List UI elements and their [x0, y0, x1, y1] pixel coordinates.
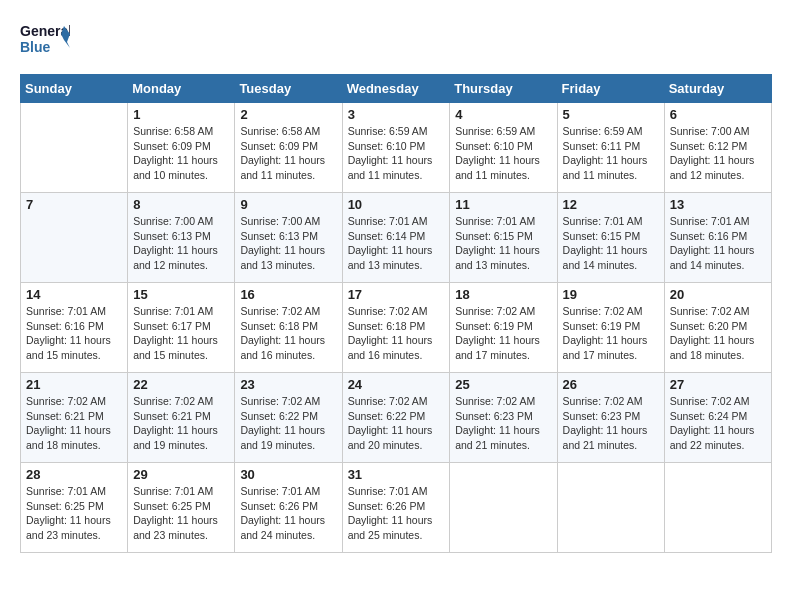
day-info: Sunrise: 7:01 AMSunset: 6:15 PMDaylight:… [455, 214, 551, 273]
calendar-cell: 11Sunrise: 7:01 AMSunset: 6:15 PMDayligh… [450, 193, 557, 283]
calendar-week-5: 28Sunrise: 7:01 AMSunset: 6:25 PMDayligh… [21, 463, 772, 553]
calendar-cell [21, 103, 128, 193]
calendar-header-row: SundayMondayTuesdayWednesdayThursdayFrid… [21, 75, 772, 103]
calendar-cell: 3Sunrise: 6:59 AMSunset: 6:10 PMDaylight… [342, 103, 450, 193]
header-wednesday: Wednesday [342, 75, 450, 103]
day-info: Sunrise: 7:02 AMSunset: 6:18 PMDaylight:… [348, 304, 445, 363]
header-friday: Friday [557, 75, 664, 103]
day-info: Sunrise: 6:59 AMSunset: 6:10 PMDaylight:… [455, 124, 551, 183]
calendar-week-2: 78Sunrise: 7:00 AMSunset: 6:13 PMDayligh… [21, 193, 772, 283]
day-info: Sunrise: 7:01 AMSunset: 6:25 PMDaylight:… [26, 484, 122, 543]
calendar-cell: 21Sunrise: 7:02 AMSunset: 6:21 PMDayligh… [21, 373, 128, 463]
calendar-cell: 5Sunrise: 6:59 AMSunset: 6:11 PMDaylight… [557, 103, 664, 193]
day-info: Sunrise: 6:58 AMSunset: 6:09 PMDaylight:… [133, 124, 229, 183]
calendar-cell [557, 463, 664, 553]
day-number: 6 [670, 107, 766, 122]
calendar-cell: 19Sunrise: 7:02 AMSunset: 6:19 PMDayligh… [557, 283, 664, 373]
day-number: 17 [348, 287, 445, 302]
day-number: 24 [348, 377, 445, 392]
calendar-cell: 18Sunrise: 7:02 AMSunset: 6:19 PMDayligh… [450, 283, 557, 373]
header-monday: Monday [128, 75, 235, 103]
day-info: Sunrise: 7:00 AMSunset: 6:12 PMDaylight:… [670, 124, 766, 183]
day-info: Sunrise: 7:01 AMSunset: 6:14 PMDaylight:… [348, 214, 445, 273]
header-thursday: Thursday [450, 75, 557, 103]
calendar-cell: 29Sunrise: 7:01 AMSunset: 6:25 PMDayligh… [128, 463, 235, 553]
calendar-cell: 9Sunrise: 7:00 AMSunset: 6:13 PMDaylight… [235, 193, 342, 283]
day-info: Sunrise: 7:02 AMSunset: 6:22 PMDaylight:… [348, 394, 445, 453]
calendar-cell [450, 463, 557, 553]
day-number: 11 [455, 197, 551, 212]
calendar-cell: 28Sunrise: 7:01 AMSunset: 6:25 PMDayligh… [21, 463, 128, 553]
calendar-cell: 26Sunrise: 7:02 AMSunset: 6:23 PMDayligh… [557, 373, 664, 463]
calendar-cell: 15Sunrise: 7:01 AMSunset: 6:17 PMDayligh… [128, 283, 235, 373]
day-number: 22 [133, 377, 229, 392]
day-number: 8 [133, 197, 229, 212]
calendar-cell: 31Sunrise: 7:01 AMSunset: 6:26 PMDayligh… [342, 463, 450, 553]
day-info: Sunrise: 7:01 AMSunset: 6:17 PMDaylight:… [133, 304, 229, 363]
day-info: Sunrise: 7:01 AMSunset: 6:16 PMDaylight:… [670, 214, 766, 273]
day-number: 19 [563, 287, 659, 302]
day-info: Sunrise: 7:01 AMSunset: 6:26 PMDaylight:… [348, 484, 445, 543]
day-number: 7 [26, 197, 122, 212]
day-number: 14 [26, 287, 122, 302]
day-info: Sunrise: 7:01 AMSunset: 6:25 PMDaylight:… [133, 484, 229, 543]
day-info: Sunrise: 7:02 AMSunset: 6:24 PMDaylight:… [670, 394, 766, 453]
calendar-cell: 24Sunrise: 7:02 AMSunset: 6:22 PMDayligh… [342, 373, 450, 463]
day-number: 2 [240, 107, 336, 122]
day-number: 10 [348, 197, 445, 212]
day-info: Sunrise: 7:01 AMSunset: 6:16 PMDaylight:… [26, 304, 122, 363]
calendar-cell: 22Sunrise: 7:02 AMSunset: 6:21 PMDayligh… [128, 373, 235, 463]
day-info: Sunrise: 7:00 AMSunset: 6:13 PMDaylight:… [240, 214, 336, 273]
calendar-week-1: 1Sunrise: 6:58 AMSunset: 6:09 PMDaylight… [21, 103, 772, 193]
header-tuesday: Tuesday [235, 75, 342, 103]
day-info: Sunrise: 7:02 AMSunset: 6:18 PMDaylight:… [240, 304, 336, 363]
day-info: Sunrise: 7:02 AMSunset: 6:20 PMDaylight:… [670, 304, 766, 363]
day-number: 12 [563, 197, 659, 212]
calendar-cell: 4Sunrise: 6:59 AMSunset: 6:10 PMDaylight… [450, 103, 557, 193]
day-info: Sunrise: 7:02 AMSunset: 6:22 PMDaylight:… [240, 394, 336, 453]
calendar-week-3: 14Sunrise: 7:01 AMSunset: 6:16 PMDayligh… [21, 283, 772, 373]
day-info: Sunrise: 6:59 AMSunset: 6:11 PMDaylight:… [563, 124, 659, 183]
calendar-cell: 13Sunrise: 7:01 AMSunset: 6:16 PMDayligh… [664, 193, 771, 283]
day-info: Sunrise: 7:02 AMSunset: 6:23 PMDaylight:… [563, 394, 659, 453]
day-number: 5 [563, 107, 659, 122]
page-header: General Blue [20, 20, 772, 64]
calendar-cell: 27Sunrise: 7:02 AMSunset: 6:24 PMDayligh… [664, 373, 771, 463]
day-number: 23 [240, 377, 336, 392]
day-number: 16 [240, 287, 336, 302]
svg-text:Blue: Blue [20, 39, 51, 55]
day-number: 3 [348, 107, 445, 122]
calendar-cell: 10Sunrise: 7:01 AMSunset: 6:14 PMDayligh… [342, 193, 450, 283]
calendar-cell: 6Sunrise: 7:00 AMSunset: 6:12 PMDaylight… [664, 103, 771, 193]
calendar-cell: 8Sunrise: 7:00 AMSunset: 6:13 PMDaylight… [128, 193, 235, 283]
calendar-cell: 7 [21, 193, 128, 283]
day-number: 13 [670, 197, 766, 212]
calendar-cell: 2Sunrise: 6:58 AMSunset: 6:09 PMDaylight… [235, 103, 342, 193]
day-number: 9 [240, 197, 336, 212]
day-number: 28 [26, 467, 122, 482]
day-info: Sunrise: 7:02 AMSunset: 6:21 PMDaylight:… [26, 394, 122, 453]
calendar-cell: 25Sunrise: 7:02 AMSunset: 6:23 PMDayligh… [450, 373, 557, 463]
day-number: 4 [455, 107, 551, 122]
day-info: Sunrise: 7:02 AMSunset: 6:21 PMDaylight:… [133, 394, 229, 453]
header-saturday: Saturday [664, 75, 771, 103]
day-info: Sunrise: 7:01 AMSunset: 6:26 PMDaylight:… [240, 484, 336, 543]
day-number: 15 [133, 287, 229, 302]
logo: General Blue [20, 20, 70, 64]
day-info: Sunrise: 7:00 AMSunset: 6:13 PMDaylight:… [133, 214, 229, 273]
day-number: 31 [348, 467, 445, 482]
day-number: 1 [133, 107, 229, 122]
day-info: Sunrise: 6:59 AMSunset: 6:10 PMDaylight:… [348, 124, 445, 183]
calendar-week-4: 21Sunrise: 7:02 AMSunset: 6:21 PMDayligh… [21, 373, 772, 463]
calendar-cell: 14Sunrise: 7:01 AMSunset: 6:16 PMDayligh… [21, 283, 128, 373]
calendar-cell: 23Sunrise: 7:02 AMSunset: 6:22 PMDayligh… [235, 373, 342, 463]
calendar-cell: 17Sunrise: 7:02 AMSunset: 6:18 PMDayligh… [342, 283, 450, 373]
day-info: Sunrise: 6:58 AMSunset: 6:09 PMDaylight:… [240, 124, 336, 183]
day-info: Sunrise: 7:02 AMSunset: 6:19 PMDaylight:… [455, 304, 551, 363]
day-number: 29 [133, 467, 229, 482]
calendar-cell: 30Sunrise: 7:01 AMSunset: 6:26 PMDayligh… [235, 463, 342, 553]
day-number: 26 [563, 377, 659, 392]
calendar-table: SundayMondayTuesdayWednesdayThursdayFrid… [20, 74, 772, 553]
header-sunday: Sunday [21, 75, 128, 103]
day-number: 18 [455, 287, 551, 302]
